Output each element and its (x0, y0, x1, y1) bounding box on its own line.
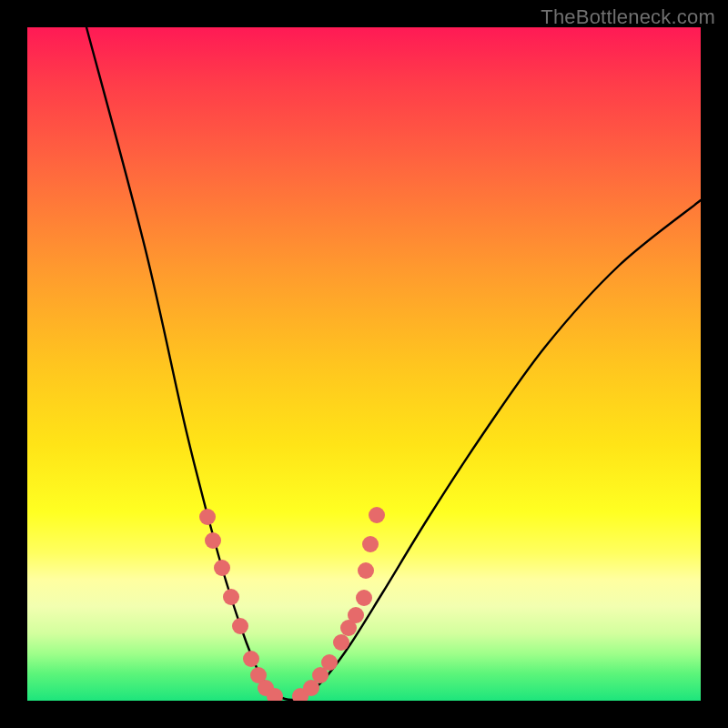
data-dot (369, 507, 385, 523)
watermark-text: TheBottleneck.com (541, 5, 715, 29)
data-dot (214, 560, 230, 576)
plot-area (27, 27, 701, 701)
data-dot (333, 634, 349, 651)
data-dot (223, 589, 239, 605)
data-dot (232, 618, 248, 634)
data-dot (362, 536, 379, 552)
chart-frame: TheBottleneck.com (0, 0, 728, 728)
data-dot (348, 607, 364, 623)
data-dot (199, 509, 216, 525)
data-dot (205, 532, 221, 549)
data-dot (243, 651, 259, 667)
data-dot (321, 654, 338, 671)
data-dot (356, 590, 372, 606)
dots-group (199, 507, 385, 701)
bottleneck-curve (86, 27, 701, 700)
chart-svg (27, 27, 701, 701)
data-dot (358, 562, 374, 579)
